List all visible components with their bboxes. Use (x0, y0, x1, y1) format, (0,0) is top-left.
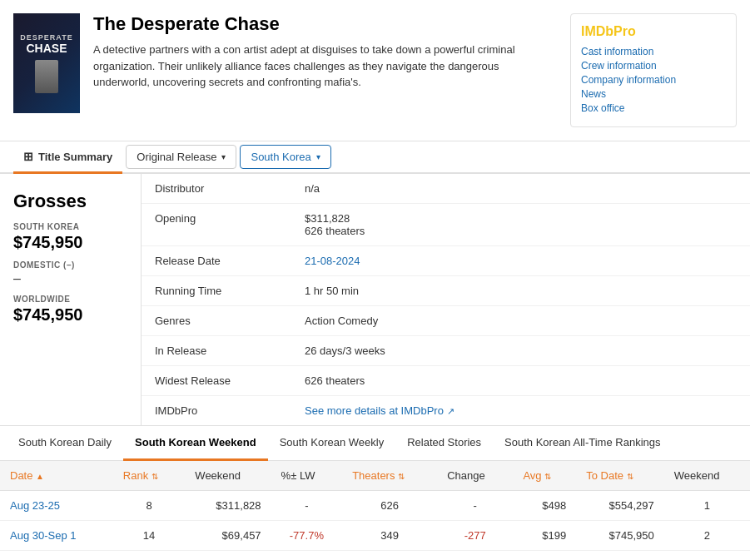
col-weekend: Weekend (185, 461, 271, 491)
imdbpro-links: Cast information Crew information Compan… (581, 46, 726, 114)
row-theaters: 626 (342, 491, 437, 521)
poster-text: DESPERATE (20, 33, 72, 42)
detail-row-widest-release: Widest Release 626 theaters (142, 366, 750, 396)
weekend-data-table: Date ▲ Rank ⇅ Weekend %± LW Theaters ⇅ C… (0, 461, 750, 551)
row-date[interactable]: Aug 23-25 (0, 491, 113, 521)
sort-icon: ⇅ (398, 472, 405, 481)
row-weekend: $69,457 (185, 521, 271, 551)
col-date[interactable]: Date ▲ (0, 461, 113, 491)
imdbpro-logo: IMDbPro (581, 24, 726, 39)
header-section: DESPERATE CHASE The Desperate Chase A de… (0, 0, 750, 141)
row-theaters: 349 (342, 521, 437, 551)
sort-icon: ⇅ (544, 472, 551, 481)
details-table: Distributor n/a Opening $311,828 626 the… (142, 174, 750, 425)
col-change: Change (437, 461, 513, 491)
detail-row-genres: Genres Action Comedy (142, 306, 750, 336)
tab-south-korean-alltime[interactable]: South Korean All-Time Rankings (493, 426, 672, 461)
table-row: Aug 23-258$311,828-626-$498$554,2971 (0, 491, 750, 521)
detail-row-opening: Opening $311,828 626 theaters (142, 204, 750, 246)
south-korea-dropdown[interactable]: South Korea ▾ (240, 145, 330, 169)
row-date[interactable]: Aug 30-Sep 1 (0, 521, 113, 551)
detail-row-release-date: Release Date 21-08-2024 (142, 246, 750, 276)
sort-icon: ⇅ (627, 472, 633, 481)
company-information-link[interactable]: Company information (581, 74, 726, 86)
box-office-link[interactable]: Box office (581, 102, 726, 114)
grosses-section: Grosses SOUTH KOREA $745,950 DOMESTIC (–… (0, 174, 750, 426)
original-release-dropdown[interactable]: Original Release ▾ (126, 145, 236, 169)
movie-description: A detective partners with a con artist a… (93, 42, 557, 91)
row-rank: 8 (113, 491, 186, 521)
worldwide-label: WORLDWIDE (13, 295, 127, 304)
south-korea-label: SOUTH KOREA (13, 222, 127, 231)
domestic-dash: – (13, 271, 127, 286)
row-weekend-num: 2 (664, 521, 750, 551)
row-change: - (437, 491, 513, 521)
grosses-title: Grosses (13, 191, 127, 212)
table-header-row: Date ▲ Rank ⇅ Weekend %± LW Theaters ⇅ C… (0, 461, 750, 491)
detail-row-distributor: Distributor n/a (142, 174, 750, 204)
cast-information-link[interactable]: Cast information (581, 46, 726, 57)
worldwide-amount: $745,950 (13, 305, 127, 325)
opening-theaters: 626 theaters (305, 225, 365, 237)
news-link[interactable]: News (581, 88, 726, 100)
detail-row-imdbpro: IMDbPro See more details at IMDbPro ↗ (142, 396, 750, 425)
tab-related-stories[interactable]: Related Stories (395, 426, 493, 461)
row-to-date: $745,950 (576, 521, 664, 551)
detail-row-in-release: In Release 26 days/3 weeks (142, 336, 750, 366)
col-theaters[interactable]: Theaters ⇅ (342, 461, 437, 491)
south-korea-amount: $745,950 (13, 233, 127, 252)
imdbpro-box: IMDbPro Cast information Crew informatio… (570, 13, 737, 127)
movie-poster: DESPERATE CHASE (13, 13, 80, 113)
title-summary-icon: ⊞ (23, 150, 33, 163)
domestic-label: DOMESTIC (–) (13, 260, 127, 270)
row-pct-lw: - (271, 491, 343, 521)
row-rank: 14 (113, 521, 186, 551)
col-pct-lw: %± LW (271, 461, 343, 491)
data-table-wrapper: Date ▲ Rank ⇅ Weekend %± LW Theaters ⇅ C… (0, 461, 750, 551)
tab-south-korean-daily[interactable]: South Korean Daily (7, 426, 123, 461)
detail-row-running-time: Running Time 1 hr 50 min (142, 276, 750, 306)
col-rank[interactable]: Rank ⇅ (113, 461, 186, 491)
row-pct-lw: -77.7% (271, 521, 343, 551)
col-avg[interactable]: Avg ⇅ (513, 461, 576, 491)
sort-icon: ⇅ (151, 472, 158, 481)
row-to-date: $554,297 (576, 491, 664, 521)
sort-asc-icon: ▲ (36, 472, 44, 481)
grosses-sidebar: Grosses SOUTH KOREA $745,950 DOMESTIC (–… (0, 174, 142, 425)
row-weekend-num: 1 (664, 491, 750, 521)
nav-tabs-row: ⊞ Title Summary Original Release ▾ South… (0, 141, 750, 174)
row-avg: $199 (513, 521, 576, 551)
release-date-link[interactable]: 21-08-2024 (305, 255, 360, 267)
tab-south-korean-weekend[interactable]: South Korean Weekend (123, 426, 268, 461)
table-body: Aug 23-258$311,828-626-$498$554,2971Aug … (0, 491, 750, 551)
external-link-icon: ↗ (447, 406, 454, 416)
chevron-down-icon: ▾ (221, 152, 226, 161)
movie-info: The Desperate Chase A detective partners… (93, 13, 557, 91)
row-weekend: $311,828 (185, 491, 271, 521)
col-to-date[interactable]: To Date ⇅ (576, 461, 664, 491)
chevron-down-icon: ▾ (316, 152, 320, 161)
opening-amount: $311,828 (305, 212, 350, 225)
tab-south-korean-weekly[interactable]: South Korean Weekly (268, 426, 396, 461)
table-row: Aug 30-Sep 114$69,457-77.7%349-277$199$7… (0, 521, 750, 551)
row-change: -277 (437, 521, 513, 551)
crew-information-link[interactable]: Crew information (581, 60, 726, 72)
poster-text: CHASE (26, 42, 67, 55)
row-avg: $498 (513, 491, 576, 521)
movie-title: The Desperate Chase (93, 13, 557, 35)
imdbpro-detail-link[interactable]: See more details at IMDbPro ↗ (305, 404, 454, 417)
col-weekend-num: Weekend (664, 461, 750, 491)
data-tabs-row: South Korean Daily South Korean Weekend … (0, 426, 750, 461)
main-content: Grosses SOUTH KOREA $745,950 DOMESTIC (–… (0, 174, 750, 551)
title-summary-tab[interactable]: ⊞ Title Summary (13, 141, 122, 174)
